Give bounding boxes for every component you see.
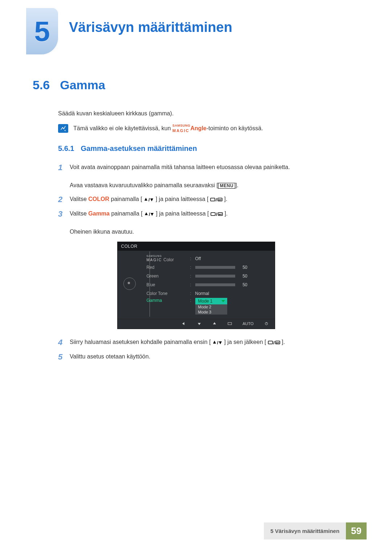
svg-rect-12 bbox=[218, 213, 222, 216]
step-2-pre: Valitse bbox=[70, 196, 88, 202]
chapter-title: Värisävyn määrittäminen bbox=[69, 20, 232, 35]
page-footer: 5 Värisävyn määrittäminen 59 bbox=[25, 522, 367, 539]
gamma-dropdown: Mode 1 Mode 2 Mode 3 bbox=[195, 298, 227, 315]
osd-screenshot: COLOR SAMSUNG MAGIC Color bbox=[33, 242, 359, 329]
osd-swoosh-col bbox=[143, 254, 147, 317]
brand-angle: Angle bbox=[191, 125, 207, 131]
slider-bar bbox=[195, 275, 235, 278]
chapter-number: 5 bbox=[34, 15, 50, 48]
subsection-title: Gamma-asetuksen määrittäminen bbox=[81, 144, 197, 153]
osd-row-magic-color: SAMSUNG MAGIC Color : Off bbox=[147, 254, 268, 263]
osd-value: Off bbox=[195, 256, 201, 261]
svg-text:/: / bbox=[148, 197, 150, 202]
note-row: Tämä valikko ei ole käytettävissä, kun S… bbox=[58, 124, 359, 134]
osd-label: Color Tone bbox=[147, 291, 190, 296]
note-text-prefix: Tämä valikko ei ole käytettävissä, kun bbox=[73, 125, 172, 131]
footer-chapter-label: 5 Värisävyn määrittäminen bbox=[264, 522, 346, 539]
svg-text:/: / bbox=[216, 212, 217, 217]
osd-label: Green bbox=[147, 274, 190, 279]
svg-text:/: / bbox=[149, 212, 150, 217]
step-number: 1 bbox=[58, 163, 70, 190]
manual-page: 5 Värisävyn määrittäminen 5.6 Gamma Sääd… bbox=[0, 0, 392, 554]
nav-auto-label: AUTO bbox=[242, 321, 253, 326]
note-text: Tämä valikko ei ole käytettävissä, kun S… bbox=[73, 124, 263, 134]
step-4: 4 Siirry haluamasi asetuksen kohdalle pa… bbox=[58, 338, 359, 347]
chapter-number-badge: 5 bbox=[25, 7, 59, 55]
section-heading: 5.6 Gamma bbox=[33, 78, 359, 92]
source-enter-icon: / bbox=[210, 197, 222, 202]
step-text: Valitse COLOR painamalla [ / ] ja paina … bbox=[70, 195, 227, 204]
step-3-pre: Valitse bbox=[70, 210, 88, 217]
step-5: 5 Valittu asetus otetaan käyttöön. bbox=[58, 352, 359, 362]
note-icon bbox=[58, 124, 68, 133]
section-title: Gamma bbox=[60, 78, 105, 92]
subsection-heading: 5.6.1 Gamma-asetuksen määrittäminen bbox=[58, 144, 359, 153]
svg-marker-6 bbox=[218, 199, 219, 201]
step-3-mid: painamalla [ bbox=[110, 210, 143, 217]
step-number: 5 bbox=[58, 352, 70, 362]
up-down-arrow-icon: / bbox=[212, 340, 222, 345]
subsection-number: 5.6.1 bbox=[58, 144, 74, 153]
osd-value: 50 bbox=[239, 274, 248, 279]
step-2-end: ]. bbox=[224, 196, 227, 202]
svg-rect-3 bbox=[211, 198, 215, 201]
step-3-end: ]. bbox=[224, 210, 228, 217]
power-icon bbox=[264, 321, 269, 326]
up-down-arrow-icon: / bbox=[144, 197, 154, 202]
nav-up-icon bbox=[212, 321, 217, 326]
osd-value: Normal bbox=[195, 291, 209, 296]
svg-marker-13 bbox=[219, 214, 220, 215]
section: 5.6 Gamma Säädä kuvan keskialueen kirkka… bbox=[25, 78, 367, 362]
svg-rect-23 bbox=[268, 341, 273, 344]
svg-marker-0 bbox=[144, 198, 147, 201]
gamma-selected-option: Mode 1 bbox=[195, 298, 227, 304]
step-4-mid: ] ja sen jälkeen [ bbox=[224, 339, 266, 345]
step-1: 1 Voit avata avainoppaan painamalla mitä… bbox=[58, 163, 359, 190]
svg-text:/: / bbox=[217, 340, 219, 345]
step-1-line2-pre: Avaa vastaava kuvaruutuvalikko painamall… bbox=[70, 182, 218, 188]
slider-bar bbox=[195, 266, 235, 269]
svg-marker-9 bbox=[151, 213, 154, 216]
osd-title: COLOR bbox=[118, 242, 275, 251]
samsung-magic-brand: SAMSUNG MAGIC bbox=[172, 124, 191, 134]
nav-enter-icon bbox=[227, 321, 232, 326]
source-enter-icon: / bbox=[268, 340, 280, 345]
step-text: Siirry haluamasi asetuksen kohdalle pain… bbox=[70, 338, 285, 347]
palette-icon bbox=[123, 278, 136, 290]
osd-left-column bbox=[123, 254, 143, 317]
step-3-after: Oheinen ikkuna avautuu. bbox=[70, 229, 134, 235]
footer-page-number: 59 bbox=[346, 522, 367, 539]
step-number: 4 bbox=[58, 338, 70, 347]
svg-marker-15 bbox=[198, 323, 201, 325]
gamma-options: Mode 2 Mode 3 bbox=[195, 304, 227, 315]
step-3-mid2: ] ja paina laitteessa [ bbox=[156, 210, 209, 217]
osd-row-red: Red : 50 bbox=[147, 263, 268, 272]
gamma-option: Mode 2 bbox=[195, 304, 227, 309]
up-down-arrow-icon: / bbox=[144, 212, 154, 217]
osd-rows: SAMSUNG MAGIC Color : Off Red : 50 bbox=[147, 254, 268, 317]
source-enter-icon: / bbox=[211, 212, 223, 217]
osd-panel: COLOR SAMSUNG MAGIC Color bbox=[117, 242, 275, 329]
svg-text:/: / bbox=[216, 197, 217, 202]
osd-row-green: Green : 50 bbox=[147, 272, 268, 280]
slider-bar bbox=[195, 283, 235, 286]
osd-label-active: Gamma bbox=[147, 298, 190, 303]
osd-label: Blue bbox=[147, 282, 190, 287]
step-2-mid: painamalla [ bbox=[109, 196, 142, 202]
intro-text: Säädä kuvan keskialueen kirkkaus (gamma)… bbox=[58, 110, 359, 117]
step-3-gamma: Gamma bbox=[88, 210, 110, 217]
osd-label: Red bbox=[147, 265, 190, 270]
menu-label-box: MENU bbox=[218, 183, 235, 189]
osd-footer: AUTO bbox=[118, 319, 275, 329]
osd-value: 50 bbox=[239, 282, 248, 287]
step-number: 3 bbox=[58, 209, 70, 236]
chapter-header: 5 Värisävyn määrittäminen bbox=[25, 7, 367, 63]
osd-label: SAMSUNG MAGIC Color bbox=[147, 255, 190, 262]
svg-text:/: / bbox=[273, 340, 275, 345]
svg-marker-7 bbox=[145, 212, 148, 215]
osd-body: SAMSUNG MAGIC Color : Off Red : 50 bbox=[118, 251, 275, 319]
osd-row-color-tone: Color Tone : Normal bbox=[147, 289, 268, 298]
osd-row-gamma: Gamma : Mode 1 Mode 2 Mode 3 bbox=[147, 298, 268, 315]
gamma-option: Mode 3 bbox=[195, 309, 227, 315]
step-2: 2 Valitse COLOR painamalla [ / ] ja pain… bbox=[58, 195, 359, 204]
